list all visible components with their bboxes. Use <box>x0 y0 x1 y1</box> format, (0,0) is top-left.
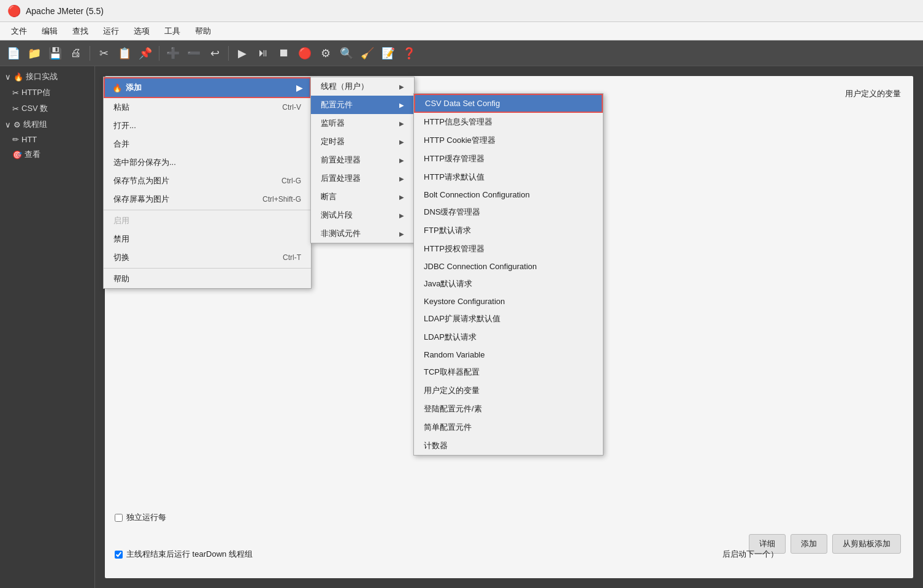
ctx-non-test[interactable]: 非测试元件 ▶ <box>311 224 414 243</box>
ctx-tcp-config[interactable]: TCP取样器配置 <box>414 363 603 381</box>
tree-item-jiekousizhan[interactable]: ∨ 🔥 接口实战 <box>0 69 94 85</box>
ctx-pre-processor-label: 前置处理器 <box>321 155 361 166</box>
ctx-test-fragment[interactable]: 测试片段 ▶ <box>311 206 414 224</box>
ctx-login-config[interactable]: 登陆配置元件/素 <box>414 400 603 418</box>
toolbar-settings[interactable]: ⚙ <box>316 44 335 63</box>
ctx-counter[interactable]: 计数器 <box>414 437 603 455</box>
toolbar-clear[interactable]: 🧹 <box>358 44 377 63</box>
ctx-csv-data-set[interactable]: CSV Data Set Config <box>414 94 603 113</box>
ctx-save-node-img-shortcut: Ctrl-G <box>281 177 301 185</box>
teardown-checkbox[interactable] <box>115 551 123 559</box>
ctx-keystore-label: Keystore Configuration <box>424 297 505 306</box>
arrow-right-header: ▶ <box>296 83 302 93</box>
toolbar-run[interactable]: ▶ <box>232 44 252 63</box>
context-menu-add[interactable]: 线程（用户） ▶ 配置元件 ▶ 监听器 ▶ 定时器 ▶ 前置处理器 ▶ 后置处理… <box>310 77 415 243</box>
ctx-ldap-extended[interactable]: LDAP扩展请求默认值 <box>414 310 603 328</box>
ctx-dns-cache[interactable]: DNS缓存管理器 <box>414 203 603 221</box>
context-menu-main[interactable]: 🔥 添加 ▶ 粘贴 Ctrl-V 打开... 合并 选中部分保存为... 保存节… <box>103 77 312 289</box>
ctx-save-screen-img[interactable]: 保存屏幕为图片 Ctrl+Shift-G <box>104 190 311 208</box>
ctx-ftp-default[interactable]: FTP默认请求 <box>414 221 603 240</box>
menu-tools[interactable]: 工具 <box>158 23 186 39</box>
add-icon: 🔥 <box>112 83 122 93</box>
ctx-http-cookie-label: HTTP Cookie管理器 <box>424 135 496 146</box>
ctx-pre-processor[interactable]: 前置处理器 ▶ <box>311 151 414 169</box>
ctx-jdbc-label: JDBC Connection Configuration <box>424 262 537 271</box>
toolbar-help[interactable]: ❓ <box>399 44 419 63</box>
paste-button[interactable]: 从剪贴板添加 <box>832 534 901 554</box>
toolbar: 📄 📁 💾 🖨 ✂ 📋 📌 ➕ ➖ ↩ ▶ ⏯ ⏹ 🔴 ⚙ 🔍 🧹 📝 ❓ <box>0 40 923 66</box>
ctx-bolt-label: Bolt Connection Configuration <box>424 190 530 199</box>
toolbar-note[interactable]: 📝 <box>378 44 398 63</box>
toolbar-remove[interactable]: ➖ <box>184 44 204 63</box>
ctx-config-element[interactable]: 配置元件 ▶ <box>311 96 414 114</box>
ctx-assertion[interactable]: 断言 ▶ <box>311 188 414 206</box>
ctx-ldap-default[interactable]: LDAP默认请求 <box>414 328 603 346</box>
independent-run-label: 独立运行每 <box>126 512 166 523</box>
ctx-http-auth-label: HTTP授权管理器 <box>424 243 484 254</box>
independent-run-checkbox[interactable] <box>115 514 123 522</box>
checkbox-row1: 独立运行每 <box>115 512 166 523</box>
title-bar: 🔴 Apache JMeter (5.5) <box>0 0 923 22</box>
tree-label-view: 查看 <box>25 149 40 160</box>
toolbar-open-folder[interactable]: 📁 <box>25 44 44 63</box>
tree-item-http1[interactable]: ✂ HTTP信 <box>0 85 94 101</box>
ctx-paste-label: 粘贴 <box>113 102 129 113</box>
ctx-toggle[interactable]: 切换 Ctrl-T <box>104 248 311 267</box>
toolbar-cut[interactable]: ✂ <box>94 44 113 63</box>
ctx-post-processor[interactable]: 后置处理器 ▶ <box>311 169 414 188</box>
menu-find[interactable]: 查找 <box>66 23 94 39</box>
tree-icon-cut1: ✂ <box>12 88 19 97</box>
ctx-http-default[interactable]: HTTP请求默认值 <box>414 168 603 186</box>
ctx-http-auth[interactable]: HTTP授权管理器 <box>414 240 603 258</box>
tree-expand-icon: ∨ <box>5 72 11 82</box>
ctx-paste[interactable]: 粘贴 Ctrl-V <box>104 98 311 116</box>
toolbar-search[interactable]: 🔍 <box>337 44 356 63</box>
ctx-random-label: Random Variable <box>424 350 484 359</box>
ctx-thread-arrow: ▶ <box>399 83 404 90</box>
ctx-timer[interactable]: 定时器 ▶ <box>311 132 414 151</box>
ctx-java-default[interactable]: Java默认请求 <box>414 275 603 293</box>
toolbar-new[interactable]: 📄 <box>4 44 23 63</box>
toolbar-save2[interactable]: 🖨 <box>66 44 86 63</box>
toolbar-add[interactable]: ➕ <box>163 44 183 63</box>
menu-options[interactable]: 选项 <box>128 23 156 39</box>
ctx-save-node-img[interactable]: 保存节点为图片 Ctrl-G <box>104 172 311 190</box>
ctx-random-variable[interactable]: Random Variable <box>414 346 603 363</box>
toolbar-stop[interactable]: ⏹ <box>274 44 294 63</box>
ctx-disable[interactable]: 禁用 <box>104 230 311 248</box>
tree-icon-target: 🎯 <box>12 150 22 159</box>
menu-run[interactable]: 运行 <box>97 23 125 39</box>
menu-edit[interactable]: 编辑 <box>36 23 64 39</box>
ctx-timer-label: 定时器 <box>321 136 345 147</box>
menu-file[interactable]: 文件 <box>5 23 33 39</box>
ctx-fragment-arrow: ▶ <box>399 212 404 219</box>
ctx-thread-user[interactable]: 线程（用户） ▶ <box>311 77 414 96</box>
tree-item-htt[interactable]: ✏ HTT <box>0 132 94 147</box>
ctx-http-cache[interactable]: HTTP缓存管理器 <box>414 150 603 168</box>
toolbar-stop2[interactable]: 🔴 <box>295 44 315 63</box>
tree-item-view[interactable]: 🎯 查看 <box>0 147 94 162</box>
ctx-simple-config[interactable]: 简单配置元件 <box>414 418 603 437</box>
ctx-http-header[interactable]: HTTP信息头管理器 <box>414 113 603 131</box>
ctx-save-selected[interactable]: 选中部分保存为... <box>104 153 311 172</box>
add-button[interactable]: 添加 <box>791 534 827 554</box>
toolbar-run2[interactable]: ⏯ <box>253 44 273 63</box>
ctx-keystore[interactable]: Keystore Configuration <box>414 293 603 310</box>
menu-help[interactable]: 帮助 <box>189 23 217 39</box>
ctx-user-defined[interactable]: 用户定义的变量 <box>414 381 603 400</box>
ctx-help[interactable]: 帮助 <box>104 270 311 288</box>
tree-item-thread-group[interactable]: ∨ ⚙ 线程组 <box>0 116 94 132</box>
ctx-listener[interactable]: 监听器 ▶ <box>311 114 414 132</box>
ctx-http-cookie[interactable]: HTTP Cookie管理器 <box>414 131 603 150</box>
tree-item-csv[interactable]: ✂ CSV 数 <box>0 101 94 116</box>
toolbar-copy[interactable]: 📋 <box>115 44 134 63</box>
ctx-bolt-connection[interactable]: Bolt Connection Configuration <box>414 186 603 203</box>
context-menu-config[interactable]: CSV Data Set Config HTTP信息头管理器 HTTP Cook… <box>413 93 603 456</box>
ctx-open[interactable]: 打开... <box>104 116 311 135</box>
toolbar-save[interactable]: 💾 <box>45 44 65 63</box>
ctx-jdbc-connection[interactable]: JDBC Connection Configuration <box>414 258 603 275</box>
toolbar-arrow[interactable]: ↩ <box>205 44 224 63</box>
toolbar-paste[interactable]: 📌 <box>136 44 155 63</box>
tree-icon-cut2: ✂ <box>12 104 19 113</box>
ctx-merge[interactable]: 合并 <box>104 135 311 153</box>
